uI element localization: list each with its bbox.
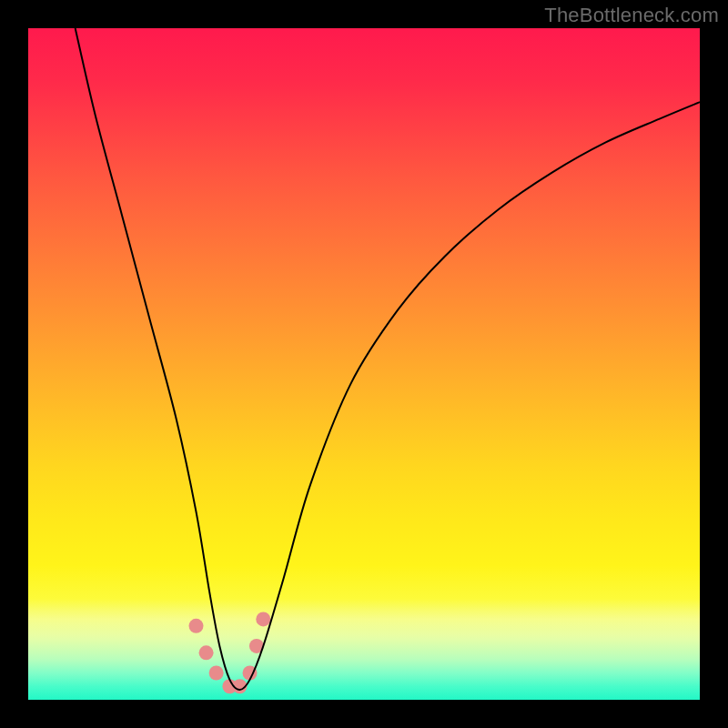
marker-dot bbox=[209, 665, 224, 680]
chart-frame: TheBottleneck.com bbox=[0, 0, 728, 728]
curve-svg bbox=[28, 28, 700, 700]
marker-dot bbox=[256, 612, 270, 626]
bottleneck-curve bbox=[76, 28, 700, 690]
watermark-text: TheBottleneck.com bbox=[544, 4, 719, 27]
marker-dot bbox=[189, 619, 204, 633]
plot-area bbox=[28, 28, 700, 700]
marker-dot bbox=[199, 645, 214, 660]
